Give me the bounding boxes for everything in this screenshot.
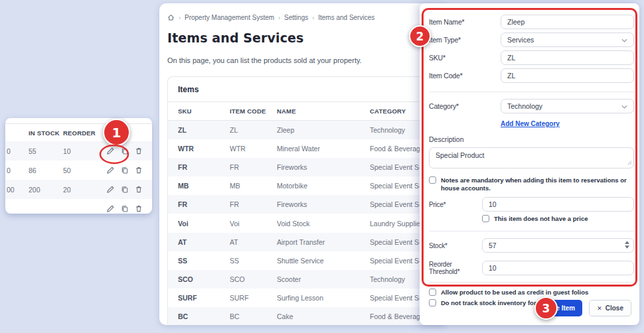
add-new-category-link[interactable]: Add New Category — [501, 120, 560, 127]
annotation-step-3: 3 — [534, 297, 558, 320]
stock-input[interactable] — [482, 238, 634, 253]
cell-sku: WTR — [168, 145, 230, 153]
table-row[interactable]: BC BC Cake Food & Beverage — [168, 307, 444, 325]
breadcrumb-item-pms[interactable]: Property Management System — [185, 14, 274, 21]
chevron-down-icon — [621, 38, 627, 42]
cell-sku: AT — [168, 238, 230, 246]
items-services-page: › Property Management System › Settings … — [159, 3, 445, 325]
delete-icon[interactable] — [135, 147, 143, 155]
cell-name: Mineral Water — [277, 145, 370, 153]
cell-name: Surfing Lesson — [277, 294, 370, 302]
cell-in-stock: 86 — [20, 166, 63, 174]
cell-sku: FR — [168, 200, 230, 208]
no-price-label: This item does not have a price — [494, 215, 588, 223]
cell-item-code: Voi — [230, 220, 277, 228]
cell-name: Void Stock — [277, 220, 370, 228]
edit-icon[interactable] — [106, 204, 115, 213]
breadcrumb-item-settings[interactable]: Settings — [284, 14, 308, 21]
category-select[interactable]: Technology — [501, 99, 634, 113]
edit-icon[interactable] — [106, 166, 115, 174]
copy-icon[interactable] — [121, 166, 129, 174]
cell-reorder: 20 — [63, 186, 101, 194]
item-type-label: Item Type* — [429, 36, 501, 44]
close-icon: ✕ — [597, 305, 602, 312]
reorder-threshold-label: Reorder Threshold* — [429, 261, 482, 275]
items-table-body: ZL ZL Zleep Technology WTR WTR Mineral W… — [168, 121, 444, 325]
breadcrumb-separator: › — [179, 15, 181, 21]
delete-icon[interactable] — [135, 166, 143, 174]
price-input[interactable] — [482, 197, 634, 212]
cell-item-code: MB — [230, 182, 277, 190]
cell-reorder: 10 — [63, 147, 101, 155]
items-table-header: SKU ITEM CODE NAME CATEGORY — [168, 102, 444, 121]
table-row[interactable]: 0 55 10 — [5, 141, 152, 161]
price-label: Price* — [429, 201, 482, 208]
delete-icon[interactable] — [135, 204, 143, 213]
cell-sku: FR — [168, 163, 230, 171]
notes-mandatory-checkbox[interactable] — [429, 176, 436, 184]
item-name-input[interactable] — [501, 15, 634, 29]
copy-icon[interactable] — [121, 185, 129, 194]
edit-icon[interactable] — [106, 185, 115, 194]
breadcrumb-separator: › — [312, 15, 314, 21]
cell-name: Cake — [277, 312, 370, 320]
table-row[interactable]: WTR WTR Mineral Water Food & Beverage — [168, 139, 444, 158]
cell-clipped-value: 0 — [5, 147, 20, 155]
breadcrumb-separator: › — [278, 15, 280, 21]
table-row[interactable]: SCO SCO Scooter Technology — [168, 270, 444, 289]
reorder-threshold-input[interactable] — [482, 261, 634, 275]
cell-in-stock: 55 — [20, 147, 63, 155]
table-row[interactable]: FR FR Fireworks Special Event Serv — [168, 195, 444, 214]
col-header-name: NAME — [277, 107, 370, 115]
table-row[interactable]: FR FR Fireworks Special Event Serv — [168, 158, 444, 176]
table-row[interactable]: 00 200 20 — [5, 180, 152, 199]
number-stepper-icon[interactable] — [625, 241, 629, 249]
chevron-down-icon — [621, 105, 627, 109]
annotation-step-2: 2 — [409, 25, 431, 47]
cell-sku: ZL — [168, 126, 230, 134]
cell-item-code: AT — [230, 238, 277, 246]
table-row[interactable]: Voi Voi Void Stock Laundry Supplies — [168, 214, 444, 232]
items-table-card: Items SKU ITEM CODE NAME CATEGORY ZL ZL … — [167, 76, 445, 325]
cell-item-code: ZL — [230, 126, 277, 134]
cell-item-code: BC — [230, 312, 277, 320]
description-textarea[interactable]: Special Product — [429, 147, 634, 168]
table-row[interactable]: 0 86 50 — [5, 161, 152, 180]
items-card-title: Items — [168, 77, 444, 102]
cell-clipped-value: 0 — [5, 166, 20, 174]
table-row[interactable]: MB MB Motorbike Special Event Serv — [168, 176, 444, 195]
item-type-select[interactable]: Services — [501, 33, 634, 47]
cell-name: Airport Transfer — [277, 238, 370, 246]
col-header-sku: SKU — [168, 107, 230, 115]
cell-clipped-value: 00 — [5, 186, 20, 194]
page-subtitle: On this page, you can list the products … — [159, 45, 445, 64]
copy-icon[interactable] — [121, 204, 129, 213]
resize-grip-icon[interactable] — [627, 156, 632, 168]
table-row[interactable] — [5, 199, 152, 214]
breadcrumb-item-items-services: Items and Services — [318, 14, 374, 21]
col-header-reorder: REORDER — [63, 129, 101, 137]
col-header-item-code: ITEM CODE — [230, 107, 277, 115]
credit-checkbox[interactable] — [429, 289, 436, 296]
sku-label: SKU* — [429, 54, 501, 62]
home-icon[interactable] — [167, 14, 175, 21]
no-track-stock-checkbox[interactable] — [429, 299, 436, 306]
cell-item-code: FR — [230, 163, 277, 171]
item-code-label: Item Code* — [429, 72, 501, 80]
table-row[interactable]: SS SS Shuttle Service Special Event Serv — [168, 251, 444, 270]
table-row[interactable]: AT AT Airport Transfer Special Event Ser… — [168, 233, 444, 251]
close-button[interactable]: ✕ Close — [589, 300, 631, 316]
category-label: Category* — [429, 102, 501, 110]
cell-sku: BC — [168, 312, 230, 320]
cell-sku: SS — [168, 257, 230, 265]
cell-sku: Voi — [168, 220, 230, 228]
item-code-input[interactable] — [501, 68, 634, 83]
table-row[interactable]: ZL ZL Zleep Technology — [168, 121, 444, 139]
cell-name: Shuttle Service — [277, 257, 370, 265]
table-row[interactable]: SURF SURF Surfing Lesson Special Event S… — [168, 289, 444, 307]
delete-icon[interactable] — [135, 185, 143, 194]
sku-input[interactable] — [501, 50, 634, 65]
cell-sku: SURF — [168, 294, 230, 302]
item-name-label: Item Name* — [429, 18, 501, 26]
no-price-checkbox[interactable] — [482, 215, 489, 222]
